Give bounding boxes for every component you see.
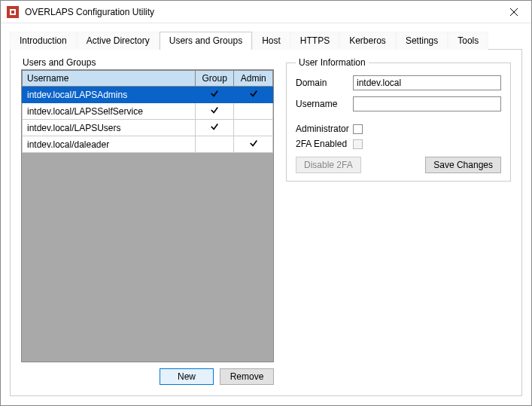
check-icon: [249, 139, 258, 150]
username-label: Username: [296, 99, 353, 109]
tab-https[interactable]: HTTPS: [290, 32, 339, 50]
cell-admin: [234, 87, 273, 103]
cell-username: intdev.local/daleader: [23, 136, 196, 153]
titlebar: OVERLAPS Configuration Utility: [1, 1, 531, 23]
svg-rect-1: [11, 11, 14, 14]
disable-2fa-button: Disable 2FA: [296, 157, 361, 173]
close-icon: [510, 8, 518, 16]
users-buttons: New Remove: [21, 368, 274, 385]
cell-admin: [234, 120, 273, 136]
cell-username: intdev.local/LAPSSelfService: [23, 103, 196, 120]
tab-host[interactable]: Host: [252, 32, 290, 50]
administrator-checkbox[interactable]: [353, 124, 363, 134]
tab-kerberos[interactable]: Kerberos: [339, 32, 396, 50]
username-field[interactable]: [353, 96, 501, 111]
tab-strip: IntroductionActive DirectoryUsers and Gr…: [10, 31, 522, 50]
twofa-checkbox: [353, 139, 363, 149]
user-information-title: User Information: [296, 57, 369, 68]
user-information-groupbox: User Information Domain Username Adminis…: [286, 57, 511, 182]
table-row[interactable]: intdev.local/daleader: [23, 136, 273, 153]
users-table[interactable]: Username Group Admin intdev.local/LAPSAd…: [22, 70, 273, 153]
window-title: OVERLAPS Configuration Utility: [25, 7, 497, 17]
check-icon: [210, 106, 219, 117]
user-information-panel: User Information Domain Username Adminis…: [286, 57, 511, 385]
table-row[interactable]: intdev.local/LAPSUsers: [23, 120, 273, 136]
col-admin[interactable]: Admin: [234, 71, 273, 87]
administrator-label: Administrator: [296, 124, 353, 134]
cell-username: intdev.local/LAPSAdmins: [23, 87, 196, 103]
users-groups-title: Users and Groups: [21, 57, 274, 68]
tab-active-directory[interactable]: Active Directory: [77, 32, 160, 50]
tab-settings[interactable]: Settings: [396, 32, 448, 50]
remove-button[interactable]: Remove: [220, 368, 274, 385]
check-icon: [210, 90, 219, 100]
col-username[interactable]: Username: [23, 71, 196, 87]
window: OVERLAPS Configuration Utility Introduct…: [0, 0, 532, 406]
cell-group: [195, 87, 234, 103]
domain-label: Domain: [296, 78, 353, 88]
cell-group: [195, 120, 234, 136]
close-button[interactable]: [497, 1, 531, 23]
users-and-groups-panel: Users and Groups Username Group Admin in…: [21, 57, 274, 385]
twofa-label: 2FA Enabled: [296, 139, 353, 149]
tab-introduction[interactable]: Introduction: [10, 32, 77, 50]
window-body: IntroductionActive DirectoryUsers and Gr…: [1, 23, 531, 405]
check-icon: [249, 90, 258, 100]
table-empty-area: [22, 153, 273, 362]
tab-tools[interactable]: Tools: [448, 32, 488, 50]
save-changes-button[interactable]: Save Changes: [425, 157, 501, 173]
cell-group: [195, 136, 234, 153]
domain-field[interactable]: [353, 75, 501, 90]
check-icon: [210, 123, 219, 133]
cell-admin: [234, 103, 273, 120]
table-row[interactable]: intdev.local/LAPSAdmins: [23, 87, 273, 103]
col-group[interactable]: Group: [195, 71, 234, 87]
tab-users-and-groups[interactable]: Users and Groups: [160, 32, 252, 50]
overlaps-app-icon: [7, 6, 19, 18]
tab-content-users-and-groups: Users and Groups Username Group Admin in…: [10, 50, 522, 396]
users-table-container: Username Group Admin intdev.local/LAPSAd…: [21, 69, 274, 362]
cell-admin: [234, 136, 273, 153]
table-row[interactable]: intdev.local/LAPSSelfService: [23, 103, 273, 120]
cell-group: [195, 103, 234, 120]
new-button[interactable]: New: [160, 368, 214, 385]
cell-username: intdev.local/LAPSUsers: [23, 120, 196, 136]
